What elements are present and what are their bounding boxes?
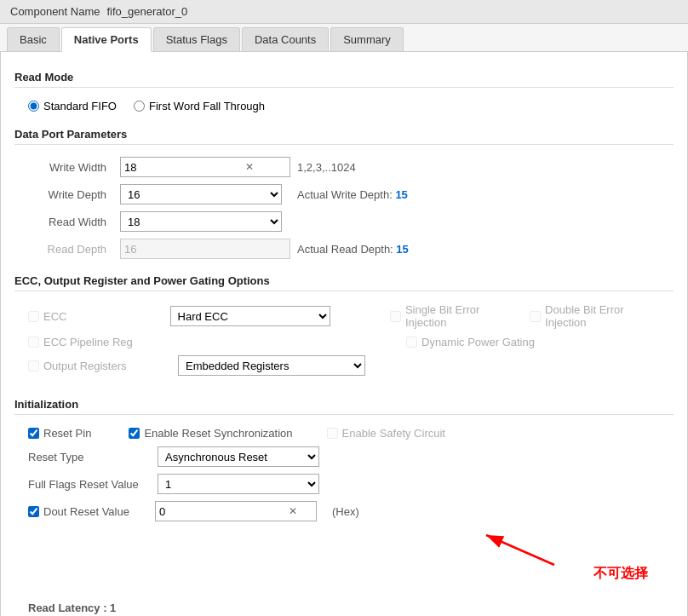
ecc-left-3: Output Registers xyxy=(28,360,164,372)
annotation-area: 不可选择 xyxy=(14,535,674,595)
enable-reset-sync-checkbox[interactable] xyxy=(129,428,140,439)
single-bit-error-label: Single Bit Error Injection xyxy=(405,303,516,329)
dout-reset-item[interactable]: Dout Reset Value xyxy=(28,505,129,518)
write-width-input[interactable] xyxy=(124,161,244,174)
output-registers-item: Output Registers xyxy=(28,360,127,372)
hard-ecc-select[interactable]: Hard ECC Soft ECC xyxy=(170,306,331,326)
ecc-row-3: Output Registers Embedded Registers Fabr… xyxy=(28,355,660,376)
ecc-pipeline-reg-item: ECC Pipeline Reg xyxy=(28,336,133,348)
tab-data-counts[interactable]: Data Counts xyxy=(242,27,329,51)
tabs-bar: Basic Native Ports Status Flags Data Cou… xyxy=(0,24,688,52)
svg-line-1 xyxy=(486,535,554,565)
enable-safety-circuit-label: Enable Safety Circuit xyxy=(342,427,445,440)
dout-reset-checkbox[interactable] xyxy=(28,506,39,517)
read-mode-radio-group: Standard FIFO First Word Fall Through xyxy=(28,100,265,112)
write-width-clear-icon[interactable]: ✕ xyxy=(244,161,255,173)
ecc-left-2: ECC Pipeline Reg xyxy=(28,336,164,348)
embedded-registers-select[interactable]: Embedded Registers Fabric Registers xyxy=(178,355,365,376)
init-row-1: Reset Pin Enable Reset Synchronization E… xyxy=(28,427,660,440)
ecc-row-1: ECC Hard ECC Soft ECC Single Bit Error I… xyxy=(28,303,660,329)
radio-first-word-fall-through-label: First Word Fall Through xyxy=(149,100,265,112)
write-depth-hint: Actual Write Depth: 15 xyxy=(297,188,660,201)
read-width-select[interactable]: 18 8 16 32 xyxy=(120,211,282,232)
read-depth-actual: 15 xyxy=(396,243,408,256)
write-depth-actual: 15 xyxy=(395,188,407,201)
enable-safety-circuit-item: Enable Safety Circuit xyxy=(327,427,445,440)
ecc-checkbox xyxy=(28,311,39,322)
single-bit-error-item: Single Bit Error Injection xyxy=(390,303,516,329)
read-depth-input xyxy=(124,243,244,256)
tab-status-flags[interactable]: Status Flags xyxy=(153,27,240,51)
dynamic-power-gating-label: Dynamic Power Gating xyxy=(421,336,535,348)
init-row-2: Reset Type Asynchronous Reset Synchronou… xyxy=(28,446,660,467)
init-row-3: Full Flags Reset Value 0 1 xyxy=(28,474,660,494)
write-width-field[interactable]: ✕ xyxy=(120,157,290,177)
radio-standard-fifo-label: Standard FIFO xyxy=(43,100,117,112)
main-content: Read Mode Standard FIFO First Word Fall … xyxy=(0,52,688,616)
write-depth-select[interactable]: 16 32 64 128 256 512 1024 xyxy=(120,184,282,204)
full-flags-select[interactable]: 0 1 xyxy=(158,474,319,494)
write-depth-label: Write Depth xyxy=(28,188,113,201)
component-name-value: fifo_generator_0 xyxy=(107,5,188,18)
read-mode-row: Standard FIFO First Word Fall Through xyxy=(14,93,674,119)
tab-basic[interactable]: Basic xyxy=(7,27,60,51)
read-mode-title: Read Mode xyxy=(14,71,674,88)
tab-summary[interactable]: Summary xyxy=(330,27,404,51)
tab-native-ports[interactable]: Native Ports xyxy=(61,27,152,52)
output-registers-checkbox xyxy=(28,360,39,371)
double-bit-error-item: Double Bit Error Injection xyxy=(530,303,660,329)
read-depth-label: Read Depth xyxy=(28,243,113,256)
dynamic-power-gating-item: Dynamic Power Gating xyxy=(406,336,535,348)
reset-type-label: Reset Type xyxy=(28,451,147,463)
dout-reset-clear-icon[interactable]: ✕ xyxy=(287,505,299,517)
dynamic-power-gating-checkbox xyxy=(406,337,417,348)
data-port-params: Write Width ✕ 1,2,3,..1024 Write Depth 1… xyxy=(14,150,674,266)
reset-type-select[interactable]: Asynchronous Reset Synchronous Reset xyxy=(158,446,319,467)
enable-reset-sync-item[interactable]: Enable Reset Synchronization xyxy=(129,427,292,440)
reset-pin-item[interactable]: Reset Pin xyxy=(28,427,91,440)
dout-hex-label: (Hex) xyxy=(332,505,359,518)
arrow-svg xyxy=(418,518,588,573)
read-latency-value: 1 xyxy=(110,602,116,614)
ecc-label: ECC xyxy=(43,310,66,323)
ecc-left-1: ECC xyxy=(28,310,157,323)
reset-pin-checkbox[interactable] xyxy=(28,428,39,439)
ecc-pipeline-reg-label: ECC Pipeline Reg xyxy=(43,336,133,348)
double-bit-error-checkbox xyxy=(530,311,541,322)
dout-reset-label: Dout Reset Value xyxy=(43,505,129,518)
radio-standard-fifo-input[interactable] xyxy=(28,101,39,112)
ecc-pipeline-reg-checkbox xyxy=(28,337,39,348)
ecc-section: ECC Hard ECC Soft ECC Single Bit Error I… xyxy=(14,296,674,389)
read-depth-field xyxy=(120,239,290,259)
ecc-row-2: ECC Pipeline Reg Dynamic Power Gating xyxy=(28,336,660,348)
top-bar: Component Name fifo_generator_0 xyxy=(0,0,688,24)
write-width-hint: 1,2,3,..1024 xyxy=(297,161,660,174)
radio-standard-fifo[interactable]: Standard FIFO xyxy=(28,100,117,112)
full-flags-label: Full Flags Reset Value xyxy=(28,478,147,491)
read-depth-hint: Actual Read Depth: 15 xyxy=(297,243,660,256)
data-port-title: Data Port Parameters xyxy=(14,128,674,145)
single-bit-error-checkbox xyxy=(390,311,401,322)
output-registers-label: Output Registers xyxy=(43,360,127,372)
double-bit-error-label: Double Bit Error Injection xyxy=(545,303,660,329)
reset-pin-label: Reset Pin xyxy=(43,427,91,440)
read-latency-label: Read Latency : xyxy=(28,602,106,614)
read-latency: Read Latency : 1 xyxy=(14,595,674,616)
radio-first-word-fall-through[interactable]: First Word Fall Through xyxy=(134,100,265,112)
dout-reset-field[interactable]: ✕ xyxy=(155,501,317,521)
ecc-checkbox-item: ECC xyxy=(28,310,66,323)
dout-reset-input[interactable] xyxy=(159,505,287,518)
write-width-label: Write Width xyxy=(28,161,113,174)
radio-first-word-fall-through-input[interactable] xyxy=(134,101,145,112)
initialization-title: Initialization xyxy=(14,398,674,415)
ecc-title: ECC, Output Register and Power Gating Op… xyxy=(14,274,674,291)
annotation-text: 不可选择 xyxy=(593,565,648,583)
component-name-label: Component Name xyxy=(10,5,100,18)
enable-safety-circuit-checkbox xyxy=(327,428,338,439)
enable-reset-sync-label: Enable Reset Synchronization xyxy=(144,427,292,440)
read-width-label: Read Width xyxy=(28,216,113,228)
